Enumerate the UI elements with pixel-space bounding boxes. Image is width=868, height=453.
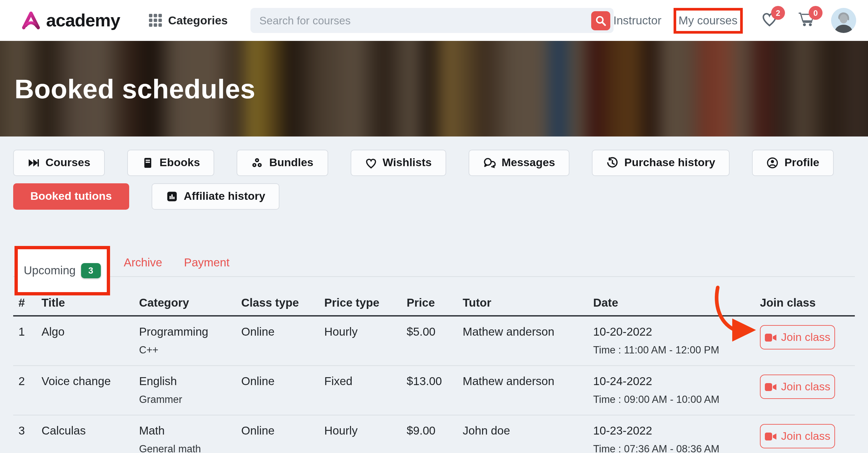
menu-ebooks-button[interactable]: Ebooks [127,150,215,176]
menu-label: Purchase history [624,156,715,170]
row-time: Time : 07:36 AM - 08:36 AM [593,443,753,453]
join-class-button[interactable]: Join class [760,374,835,399]
row-title: Algo [41,325,139,339]
menu-label: Wishlists [382,156,432,170]
user-icon [767,157,778,169]
row-num: 1 [13,325,41,339]
main-content: Courses Ebooks Bundles [0,137,868,453]
bar-chart-icon [166,190,178,203]
row-class-type: Online [241,325,324,339]
col-price: Price [407,296,463,310]
account-menu-row-1: Courses Ebooks Bundles [13,150,855,176]
col-class-type: Class type [241,296,324,310]
row-price-type: Hourly [324,424,407,438]
brand-name: academy [46,10,120,31]
row-time: Time : 11:00 AM - 12:00 PM [593,344,753,356]
menu-profile-button[interactable]: Profile [752,150,834,176]
menu-booked-tutions-button[interactable]: Booked tutions [13,183,129,210]
row-date: 10-24-2022 [593,374,753,388]
col-join-class: Join class [760,296,855,310]
col-title: Title [41,296,139,310]
tab-upcoming-label: Upcoming [24,264,76,278]
table-row: 3 Calculas MathGeneral math Online Hourl… [13,415,855,453]
tab-upcoming[interactable]: Upcoming 3 [18,249,107,292]
video-camera-icon [765,333,777,342]
join-class-label: Join class [781,430,830,443]
brand-logo[interactable]: academy [21,10,120,31]
row-price: $13.00 [407,374,463,388]
menu-bundles-button[interactable]: Bundles [237,150,328,176]
col-num: # [13,296,41,310]
tab-payment[interactable]: Payment [184,249,229,270]
col-date: Date [593,296,760,310]
menu-label: Bundles [269,156,313,170]
avatar[interactable] [831,8,856,33]
heart-outline-icon [365,157,377,169]
academy-logo-icon [21,11,41,30]
upcoming-count-badge: 3 [81,263,101,278]
table-row: 1 Algo ProgrammingC++ Online Hourly $5.0… [13,316,855,366]
join-class-label: Join class [781,380,830,393]
search-button[interactable] [591,11,610,30]
search-icon [595,15,606,26]
account-menu-row-2: Booked tutions Affiliate history [13,183,855,210]
row-title: Calculas [41,424,139,438]
table-header: # Title Category Class type Price type P… [13,296,855,316]
row-tutor: Mathew anderson [463,325,593,339]
join-class-button[interactable]: Join class [760,424,835,448]
fast-forward-icon [28,157,39,169]
schedule-tabs: Upcoming 3 Archive Payment [13,249,855,277]
row-category: English [139,374,235,388]
wishlist-button[interactable]: 2 [761,11,778,30]
instructor-link[interactable]: Instructor [613,13,661,27]
menu-purchase-history-button[interactable]: Purchase history [592,150,730,176]
row-subcategory: C++ [139,344,235,356]
col-price-type: Price type [324,296,407,310]
cart-button[interactable]: 0 [798,11,815,30]
page-title: Booked schedules [0,41,868,105]
row-num: 2 [13,374,41,388]
row-class-type: Online [241,424,324,438]
menu-messages-button[interactable]: Messages [469,150,570,176]
my-courses-link[interactable]: My courses [679,13,738,27]
my-courses-annotation-box: My courses [673,7,743,33]
menu-wishlists-button[interactable]: Wishlists [350,150,446,176]
menu-label: Booked tutions [30,190,112,203]
menu-affiliate-history-button[interactable]: Affiliate history [151,183,280,210]
row-price: $5.00 [407,325,463,339]
col-category: Category [139,296,241,310]
join-class-label: Join class [781,331,830,344]
search-bar [250,8,613,33]
menu-courses-button[interactable]: Courses [13,150,105,176]
menu-label: Courses [45,156,90,170]
book-icon [142,157,154,169]
cart-count-badge: 0 [809,6,823,20]
table-row: 2 Voice change EnglishGrammer Online Fix… [13,366,855,415]
video-camera-icon [765,431,777,441]
row-tutor: John doe [463,424,593,438]
row-num: 3 [13,424,41,438]
grid-icon [149,14,162,27]
row-tutor: Mathew anderson [463,374,593,388]
hero-banner: Booked schedules [0,41,868,137]
row-date: 10-20-2022 [593,325,753,339]
row-category: Math [139,424,235,438]
join-class-button[interactable]: Join class [760,325,835,350]
categories-button[interactable]: Categories [149,13,228,27]
booked-schedules-table: # Title Category Class type Price type P… [13,296,855,453]
chat-icon [483,157,496,169]
menu-label: Messages [501,156,555,170]
history-icon [607,157,619,169]
search-input[interactable] [250,8,613,33]
wishlist-count-badge: 2 [771,6,785,20]
row-subcategory: Grammer [139,394,235,405]
row-price: $9.00 [407,424,463,438]
row-title: Voice change [41,374,139,388]
row-subcategory: General math [139,443,235,453]
video-camera-icon [765,382,777,391]
page: academy Categories [0,0,868,453]
row-category: Programming [139,325,235,339]
bundle-icon [251,157,263,169]
tab-archive[interactable]: Archive [124,249,162,270]
col-tutor: Tutor [463,296,593,310]
